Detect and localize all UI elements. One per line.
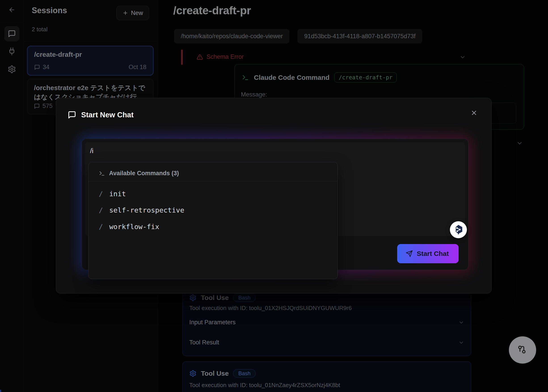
start-chat-label: Start Chat (417, 250, 449, 258)
available-commands-header: Available Commands (3) (109, 170, 179, 177)
start-chat-button[interactable]: Start Chat (397, 244, 459, 263)
terminal-icon (99, 170, 105, 176)
command-prefix: / (99, 206, 103, 214)
command-option-self-retrospective[interactable]: / self-retrospective (99, 203, 184, 217)
git-pull-request-icon (517, 345, 528, 355)
popover-divider (89, 181, 337, 181)
git-pull-request-button[interactable] (509, 336, 536, 364)
command-prefix: / (99, 190, 103, 198)
command-name: init (109, 190, 126, 198)
chat-bubble-icon (68, 111, 76, 119)
close-button[interactable] (469, 108, 479, 118)
command-option-workflow-fix[interactable]: / workflow-fix (99, 220, 159, 233)
start-new-chat-dialog: Start New Chat /i Start Chat Available C… (56, 98, 492, 294)
app-logo-button[interactable] (450, 221, 467, 238)
close-icon (471, 109, 478, 116)
command-autocomplete-popover: Available Commands (3) / init / self-ret… (88, 162, 338, 279)
hexagon-chat-logo-icon (453, 224, 464, 236)
command-prefix: / (99, 223, 103, 231)
dialog-title: Start New Chat (81, 111, 134, 119)
send-icon (406, 250, 413, 257)
command-option-init[interactable]: / init (99, 187, 126, 201)
command-name: workflow-fix (109, 223, 159, 231)
command-name: self-retrospective (109, 206, 184, 214)
